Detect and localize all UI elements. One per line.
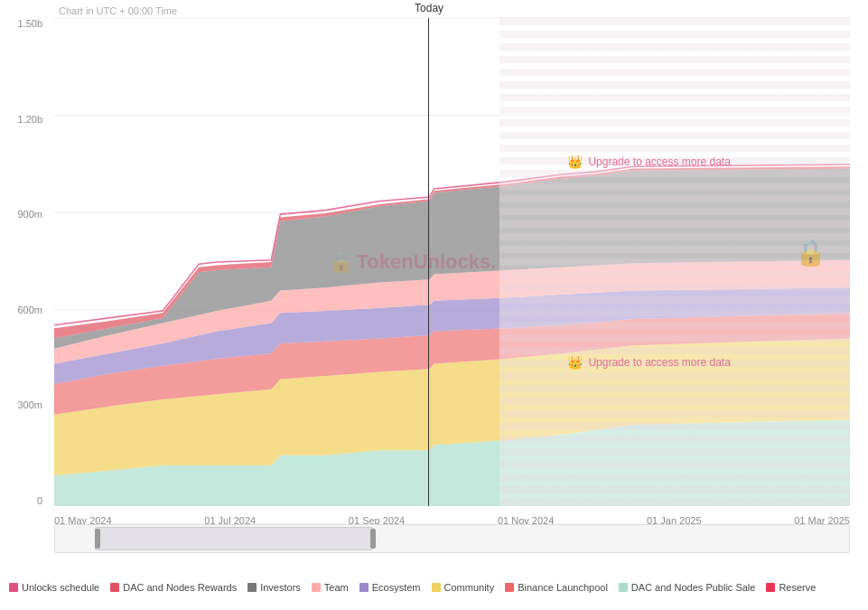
legend: Unlocks schedule DAC and Nodes Rewards I… xyxy=(0,565,868,610)
legend-community: Community xyxy=(432,582,495,593)
navigator-handle-left[interactable] xyxy=(95,529,100,549)
legend-dot-community xyxy=(432,583,441,592)
crown-icon-bottom: 👑 xyxy=(567,355,583,370)
y-label-120b: 1.20b xyxy=(0,114,42,125)
legend-label-dac-public: DAC and Nodes Public Sale xyxy=(631,582,756,593)
y-label-150b: 1.50b xyxy=(0,18,42,29)
y-label-900m: 900m xyxy=(0,209,42,220)
navigator-handle-right[interactable] xyxy=(370,529,376,549)
chart-container: Chart in UTC + 00:00 Time 0 300m 600m 90… xyxy=(0,0,868,560)
y-label-300m: 300m xyxy=(0,399,42,410)
legend-dot-dac-rewards xyxy=(110,583,119,592)
today-line: Today xyxy=(428,18,429,506)
legend-dot-investors xyxy=(247,583,257,592)
legend-dot-ecosystem xyxy=(359,583,369,592)
y-label-0: 0 xyxy=(0,495,42,506)
crown-icon-top: 👑 xyxy=(567,155,583,169)
legend-team: Team xyxy=(312,582,349,593)
navigator[interactable] xyxy=(54,524,850,553)
legend-investors: Investors xyxy=(247,582,301,593)
legend-dot-unlocks xyxy=(9,583,18,592)
legend-label-dac-rewards: DAC and Nodes Rewards xyxy=(123,582,237,593)
legend-dac-rewards: DAC and Nodes Rewards xyxy=(110,582,237,593)
legend-label-binance: Binance Launchpool xyxy=(518,582,608,593)
chart-inner: Today 👑 Upgrade to access more data 👑 Up… xyxy=(54,18,850,506)
legend-label-team: Team xyxy=(324,582,349,593)
legend-label-unlocks: Unlocks schedule xyxy=(22,582,99,593)
upgrade-text-top[interactable]: Upgrade to access more data xyxy=(588,155,730,168)
y-axis-labels: 0 300m 600m 900m 1.20b 1.50b xyxy=(0,18,50,506)
legend-dot-reserve xyxy=(766,583,775,592)
legend-dot-team xyxy=(312,583,321,592)
legend-dot-dac-public xyxy=(619,583,628,592)
y-label-600m: 600m xyxy=(0,305,42,315)
legend-ecosystem: Ecosystem xyxy=(359,582,421,593)
legend-dac-public: DAC and Nodes Public Sale xyxy=(619,582,756,593)
lock-icon-right: 🔒 xyxy=(795,238,826,267)
legend-reserve: Reserve xyxy=(766,582,816,593)
upgrade-text-bottom[interactable]: Upgrade to access more data xyxy=(588,356,730,369)
legend-dot-binance xyxy=(505,583,514,592)
navigator-selection[interactable] xyxy=(95,527,373,550)
today-label: Today xyxy=(415,2,443,14)
chart-svg xyxy=(54,18,850,506)
upgrade-badge-bottom[interactable]: 👑 Upgrade to access more data xyxy=(567,355,730,370)
legend-binance: Binance Launchpool xyxy=(505,582,608,593)
upgrade-badge-top[interactable]: 👑 Upgrade to access more data xyxy=(567,155,730,169)
legend-label-community: Community xyxy=(444,582,495,593)
legend-label-ecosystem: Ecosystem xyxy=(372,582,421,593)
chart-subtitle: Chart in UTC + 00:00 Time xyxy=(59,5,177,16)
legend-label-reserve: Reserve xyxy=(779,582,816,593)
legend-unlocks-schedule: Unlocks schedule xyxy=(9,582,99,593)
legend-label-investors: Investors xyxy=(260,582,301,593)
